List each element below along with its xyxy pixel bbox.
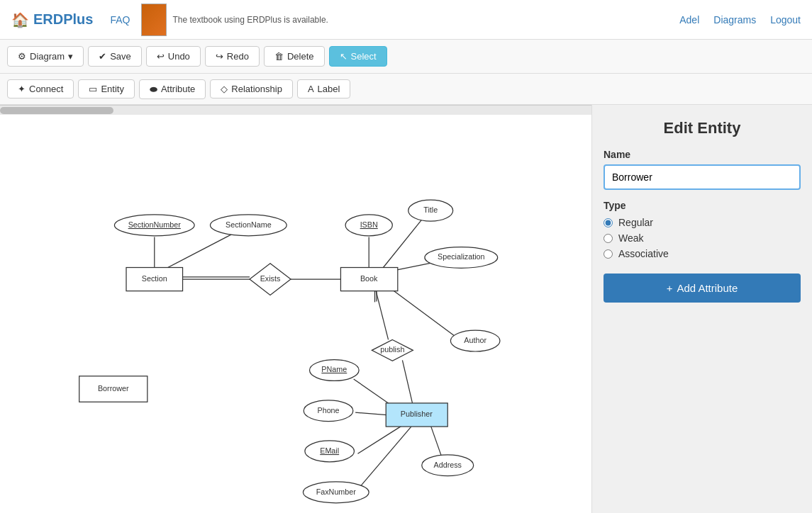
diagrams-link[interactable]: Diagrams [713,14,756,26]
attribute-label: Attribute [161,84,195,94]
type-weak-label: Weak [618,232,644,244]
label-icon: A [308,84,314,94]
logo[interactable]: 🏠 ERDPlus [11,11,93,28]
home-icon: 🏠 [11,11,29,28]
diagram-label: Diagram [30,51,65,62]
svg-text:SectionNumber: SectionNumber [128,220,182,229]
type-regular-label: Regular [618,217,653,228]
svg-text:Publisher: Publisher [401,410,433,418]
diagram-button[interactable]: ⚙ Diagram ▾ [7,46,84,67]
book-promo: The textbook using ERDPlus is available. [141,4,328,36]
svg-text:Borrower: Borrower [98,384,129,393]
svg-line-9 [402,360,412,402]
svg-text:PName: PName [321,365,347,373]
name-label: Name [604,149,801,160]
book-text: The textbook using ERDPlus is available. [172,15,328,25]
canvas[interactable]: Section Book Publisher Borrower SectionN… [0,105,582,513]
svg-text:EMail: EMail [320,446,339,455]
book-thumbnail [141,4,167,36]
type-regular-option[interactable]: Regular [604,217,801,228]
tools-row: ✦ Connect ▭ Entity ⬬ Attribute ◇ Relatio… [0,74,812,105]
horizontal-scrollbar[interactable] [0,105,591,115]
cursor-icon: ↖ [340,51,347,62]
relationship-icon: ◇ [221,84,228,94]
svg-text:publish: publish [380,345,404,354]
undo-label: Undo [168,51,190,62]
type-label: Type [604,200,801,211]
type-associative-option[interactable]: Associative [604,248,801,259]
connect-button[interactable]: ✦ Connect [7,79,74,98]
save-button[interactable]: ✔ Save [88,46,142,67]
header: 🏠 ERDPlus FAQ The textbook using ERDPlus… [0,0,812,40]
canvas-wrapper: Section Book Publisher Borrower SectionN… [0,105,592,513]
entity-icon: ▭ [89,84,97,94]
delete-label: Delete [287,51,314,62]
redo-icon: ↪ [216,51,223,62]
canvas-scroll[interactable]: Section Book Publisher Borrower SectionN… [0,105,591,513]
entity-button[interactable]: ▭ Entity [78,79,135,98]
main-area: Section Book Publisher Borrower SectionN… [0,105,812,513]
redo-label: Redo [227,51,249,62]
panel-title: Edit Entity [604,119,801,137]
logo-text: ERDPlus [33,11,93,28]
header-right: Adel Diagrams Logout [679,14,801,26]
relationship-button[interactable]: ◇ Relationship [210,79,293,98]
connect-label: Connect [29,84,63,94]
entity-label: Entity [101,84,124,94]
select-label: Select [351,51,377,62]
add-attribute-label: Add Attribute [677,282,738,294]
svg-text:Phone: Phone [317,406,339,415]
logout-link[interactable]: Logout [770,14,801,26]
type-weak-radio[interactable] [604,234,613,243]
label-label: Label [318,84,340,94]
checkmark-icon: ✔ [99,51,106,62]
save-label: Save [110,51,131,62]
select-button[interactable]: ↖ Select [329,46,387,67]
attribute-button[interactable]: ⬬ Attribute [139,79,206,99]
undo-icon: ↩ [157,51,165,62]
svg-text:Address: Address [433,461,462,469]
svg-line-8 [376,291,388,340]
edit-entity-panel: Edit Entity Name Type Regular Weak Assoc… [592,105,812,513]
svg-text:Section: Section [142,274,167,283]
svg-text:Exists: Exists [260,274,281,283]
svg-text:Specialization: Specialization [438,252,484,261]
erd-diagram: Section Book Publisher Borrower SectionN… [0,105,582,513]
chevron-down-icon: ▾ [68,51,73,62]
svg-text:FaxNumber: FaxNumber [316,487,357,496]
type-associative-radio[interactable] [604,249,613,259]
trash-icon: 🗑 [274,51,284,62]
gear-icon: ⚙ [18,51,26,62]
add-attribute-button[interactable]: + Add Attribute [604,274,801,303]
plus-icon: + [667,282,673,294]
relationship-label: Relationship [231,84,282,94]
connect-icon: ✦ [18,84,26,94]
type-regular-radio[interactable] [604,218,613,227]
toolbar: ⚙ Diagram ▾ ✔ Save ↩ Undo ↪ Redo 🗑 Delet… [0,40,812,74]
type-associative-label: Associative [618,248,669,259]
svg-text:ISBN: ISBN [360,220,378,229]
user-link[interactable]: Adel [679,14,699,26]
svg-text:Title: Title [423,205,438,214]
attribute-icon: ⬬ [150,84,157,95]
svg-line-1 [165,231,238,269]
delete-button[interactable]: 🗑 Delete [264,46,325,67]
redo-button[interactable]: ↪ Redo [205,46,260,67]
label-button[interactable]: A Label [297,79,350,98]
scrollbar-thumb[interactable] [0,107,113,114]
svg-text:Book: Book [360,274,378,283]
entity-name-input[interactable] [604,164,801,190]
type-weak-option[interactable]: Weak [604,232,801,244]
svg-line-12 [357,425,402,453]
svg-text:SectionName: SectionName [226,220,272,229]
undo-button[interactable]: ↩ Undo [146,46,201,67]
type-radio-group: Regular Weak Associative [604,217,801,259]
faq-link[interactable]: FAQ [110,14,130,26]
svg-line-13 [430,425,442,457]
svg-text:Author: Author [464,336,486,344]
svg-line-7 [389,287,462,341]
